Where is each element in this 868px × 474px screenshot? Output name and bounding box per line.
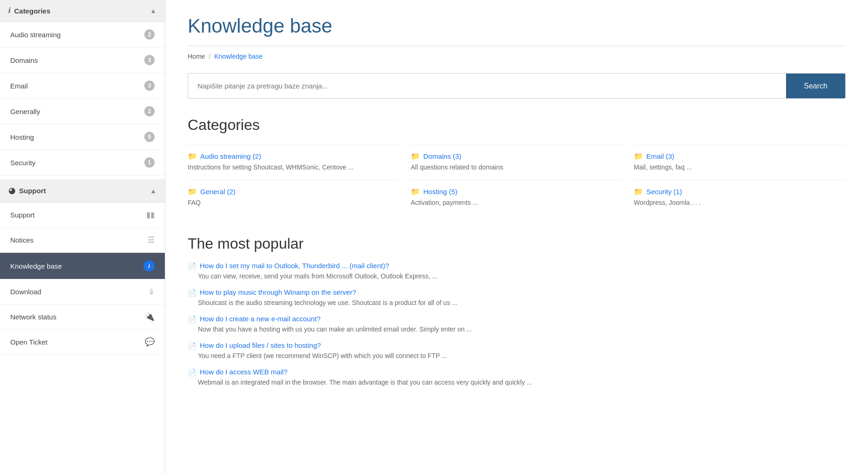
support-header-left: ◕ Support [8, 186, 46, 196]
category-link-domains[interactable]: 📁 Domains (3) [411, 152, 623, 161]
doc-icon: 📄 [188, 289, 197, 297]
article-desc: You need a FTP client (we recommend WinS… [188, 352, 846, 359]
category-card-general: 📁 General (2) FAQ [188, 180, 400, 216]
sidebar-item-label: Generally [10, 108, 40, 115]
article-desc: Shoutcast is the audio streaming technol… [188, 299, 846, 306]
sidebar-item-open-ticket[interactable]: Open Ticket 💬 [0, 330, 165, 355]
category-link-security[interactable]: 📁 Security (1) [634, 187, 846, 196]
sidebar-item-label: Domains [10, 56, 38, 64]
info-icon: i [8, 7, 10, 15]
article-item-3: 📄 How do I upload files / sites to hosti… [188, 341, 846, 359]
sidebar-item-security[interactable]: Security 1 [0, 150, 165, 176]
main-content: Knowledge base Home / Knowledge base Sea… [165, 0, 868, 474]
article-link-4[interactable]: 📄 How do I access WEB mail? [188, 368, 846, 377]
sidebar-item-email[interactable]: Email 3 [0, 73, 165, 99]
article-item-0: 📄 How do I set my mail to Outlook, Thund… [188, 262, 846, 280]
sidebar-item-label: Notices [10, 236, 34, 244]
category-label: Audio streaming (2) [200, 152, 261, 160]
sidebar-item-badge: 3 [144, 55, 155, 65]
breadcrumb-separator: / [209, 53, 210, 60]
sidebar-item-badge: 1 [144, 157, 155, 168]
popular-section: The most popular 📄 How do I set my mail … [188, 235, 846, 386]
download-icon: ⇓ [148, 287, 155, 297]
category-card-audio-streaming: 📁 Audio streaming (2) Instructions for s… [188, 145, 400, 180]
category-desc: Activation, payments ... [411, 199, 623, 206]
article-item-4: 📄 How do I access WEB mail? Webmail is a… [188, 368, 846, 386]
sidebar-item-label: Hosting [10, 133, 34, 141]
sidebar-item-knowledge-base[interactable]: Knowledge base i [0, 253, 165, 279]
sidebar-item-label: Security [10, 159, 35, 167]
article-link-3[interactable]: 📄 How do I upload files / sites to hosti… [188, 341, 846, 350]
sidebar-item-badge: 5 [144, 132, 155, 142]
support-list: Support ▮▮ Notices ☰ Knowledge base i Do… [0, 203, 165, 355]
sidebar-item-badge: 2 [144, 29, 155, 40]
sidebar: i Categories ▲ Audio streaming 2 Domains… [0, 0, 165, 474]
category-label: Domains (3) [423, 152, 461, 160]
article-item-2: 📄 How do I create a new e-mail account? … [188, 315, 846, 333]
sidebar-item-hosting[interactable]: Hosting 5 [0, 124, 165, 150]
doc-icon: 📄 [188, 315, 197, 324]
sidebar-item-network-status[interactable]: Network status 🔌 [0, 305, 165, 330]
breadcrumb: Home / Knowledge base [188, 53, 846, 60]
category-link-email[interactable]: 📁 Email (3) [634, 152, 846, 161]
article-title: How to play music through Winamp on the … [200, 288, 356, 296]
category-label: General (2) [200, 188, 236, 196]
categories-section-header: i Categories ▲ [0, 0, 165, 22]
sidebar-item-domains[interactable]: Domains 3 [0, 47, 165, 73]
category-card-security: 📁 Security (1) Wordpress, Joomla . . . [634, 180, 846, 216]
search-input[interactable] [188, 74, 786, 98]
article-desc: Now that you have a hosting with us you … [188, 325, 846, 333]
category-card-domains: 📁 Domains (3) All questions related to d… [411, 145, 623, 180]
folder-icon: 📁 [188, 152, 197, 161]
sidebar-item-label: Audio streaming [10, 31, 61, 39]
category-link-audio-streaming[interactable]: 📁 Audio streaming (2) [188, 152, 400, 161]
category-link-general[interactable]: 📁 General (2) [188, 187, 400, 196]
page-title: Knowledge base [188, 15, 846, 37]
sidebar-item-download[interactable]: Download ⇓ [0, 279, 165, 305]
category-card-hosting: 📁 Hosting (5) Activation, payments ... [411, 180, 623, 216]
sidebar-item-label: Knowledge base [10, 262, 62, 270]
ticket-icon: ▮▮ [146, 210, 155, 220]
sidebar-item-label: Email [10, 82, 28, 90]
search-button[interactable]: Search [786, 74, 845, 98]
sidebar-item-label: Support [10, 211, 35, 219]
breadcrumb-home[interactable]: Home [188, 53, 205, 60]
article-item-1: 📄 How to play music through Winamp on th… [188, 288, 846, 306]
categories-header-left: i Categories [8, 7, 50, 15]
sidebar-item-label: Network status [10, 313, 56, 321]
category-desc: All questions related to domains [411, 163, 623, 171]
chat-icon: 💬 [145, 337, 155, 347]
info-circle-icon: i [143, 260, 155, 271]
support-header-label: Support [19, 187, 46, 195]
categories-header-label: Categories [14, 7, 50, 15]
title-divider [188, 46, 846, 46]
article-title: How do I upload files / sites to hosting… [200, 341, 321, 349]
category-label: Email (3) [646, 152, 674, 160]
article-desc: You can view, receive, send your mails f… [188, 272, 846, 280]
doc-icon: 📄 [188, 342, 197, 350]
categories-grid: 📁 Audio streaming (2) Instructions for s… [188, 145, 846, 216]
article-link-2[interactable]: 📄 How do I create a new e-mail account? [188, 315, 846, 324]
sidebar-item-badge: 2 [144, 106, 155, 116]
sidebar-item-notices[interactable]: Notices ☰ [0, 228, 165, 253]
article-link-1[interactable]: 📄 How to play music through Winamp on th… [188, 288, 846, 297]
article-link-0[interactable]: 📄 How do I set my mail to Outlook, Thund… [188, 262, 846, 271]
category-label: Hosting (5) [423, 188, 457, 196]
search-bar: Search [188, 73, 846, 99]
folder-icon: 📁 [188, 187, 197, 196]
sidebar-item-generally[interactable]: Generally 2 [0, 99, 165, 124]
list-icon: ☰ [148, 235, 155, 245]
category-desc: Instructions for setting Shoutcast, WHMS… [188, 163, 400, 171]
sidebar-item-audio-streaming[interactable]: Audio streaming 2 [0, 22, 165, 47]
article-desc: Webmail is an integrated mail in the bro… [188, 379, 846, 386]
sidebar-item-support[interactable]: Support ▮▮ [0, 203, 165, 228]
categories-list: Audio streaming 2 Domains 3 Email 3 Gene… [0, 22, 165, 176]
category-desc: FAQ [188, 199, 400, 206]
support-chevron-icon: ▲ [150, 187, 156, 195]
category-desc: Wordpress, Joomla . . . [634, 199, 846, 206]
folder-icon: 📁 [411, 187, 420, 196]
category-link-hosting[interactable]: 📁 Hosting (5) [411, 187, 623, 196]
globe-icon: ◕ [8, 186, 15, 196]
category-desc: Mail, settings, faq ... [634, 163, 846, 171]
network-icon: 🔌 [145, 312, 155, 322]
